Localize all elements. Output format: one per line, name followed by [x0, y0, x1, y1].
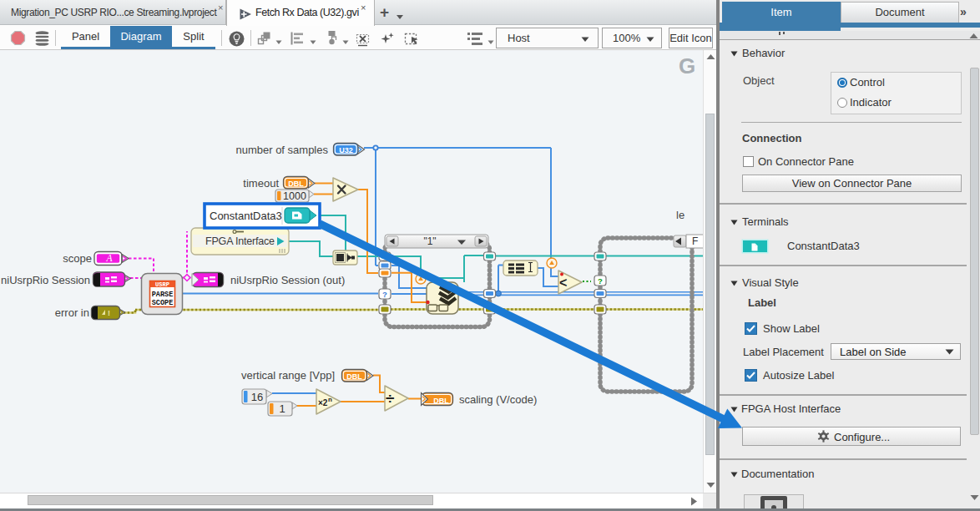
svg-text:!: !: [108, 309, 110, 317]
svg-text:16: 16: [251, 391, 263, 403]
svg-text:A: A: [105, 253, 113, 263]
svg-text:n: n: [328, 396, 332, 403]
svg-text:niUsrpRio Session: niUsrpRio Session: [1, 274, 90, 286]
svg-text:FPGA Interface: FPGA Interface: [205, 235, 275, 247]
svg-text:DBL: DBL: [288, 180, 304, 188]
svg-text:÷: ÷: [386, 390, 394, 407]
svg-text:<: <: [559, 276, 567, 290]
svg-text:G: G: [679, 53, 695, 78]
svg-text:1000: 1000: [283, 190, 306, 202]
svg-text:ConstantData3: ConstantData3: [210, 210, 282, 222]
svg-text:PARSE: PARSE: [152, 291, 174, 299]
svg-text:1: 1: [279, 402, 285, 415]
svg-text:"1": "1": [423, 235, 436, 247]
svg-text:niUsrpRio Session (out): niUsrpRio Session (out): [230, 274, 345, 286]
svg-text:SCOPE: SCOPE: [152, 299, 174, 307]
svg-text:le: le: [676, 209, 684, 221]
svg-text:DBL: DBL: [346, 372, 362, 381]
svg-text:F: F: [692, 235, 698, 247]
svg-text:?: ?: [382, 290, 387, 299]
svg-text:vertical range [Vpp]: vertical range [Vpp]: [241, 369, 335, 382]
svg-text:timeout: timeout: [243, 177, 279, 190]
svg-text:scaling (V/code): scaling (V/code): [459, 393, 537, 406]
svg-text:USRP: USRP: [155, 281, 169, 288]
svg-text:DBL: DBL: [433, 397, 449, 405]
svg-text:×2: ×2: [318, 398, 328, 407]
svg-text:?: ?: [598, 276, 603, 286]
svg-text:error in: error in: [55, 306, 89, 319]
svg-text:number of samples: number of samples: [235, 144, 328, 156]
svg-text:U32: U32: [339, 146, 353, 154]
svg-text:scope: scope: [63, 252, 92, 265]
